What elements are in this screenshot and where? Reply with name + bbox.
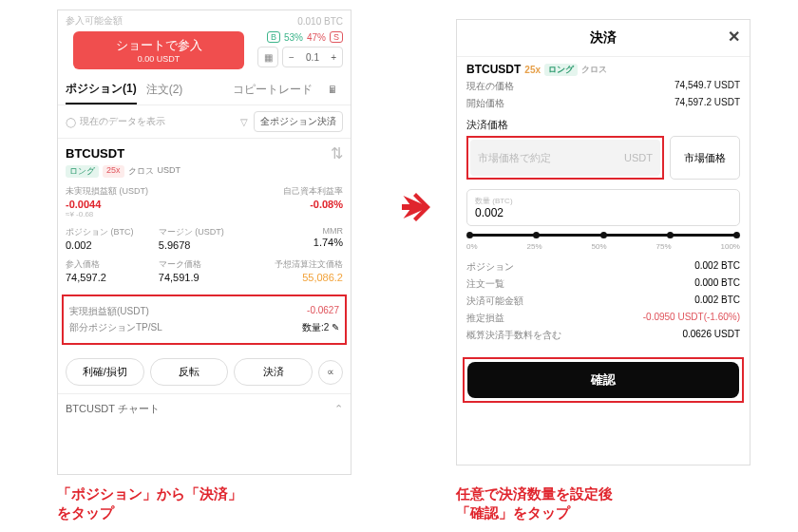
- entry: 74,597.2: [66, 272, 157, 283]
- tick-25: 25%: [527, 242, 542, 251]
- margin: 5.9678: [159, 239, 250, 251]
- tick-50: 50%: [592, 242, 607, 251]
- qty-input[interactable]: 数量 (BTC) 0.002: [466, 189, 740, 226]
- mmr-label: MMR: [252, 226, 343, 236]
- confirm-button[interactable]: 確認: [467, 362, 739, 398]
- price-placeholder: 市場価格で約定: [478, 151, 551, 165]
- chart-label: BTCUSDT チャート: [66, 402, 160, 416]
- avail-row: 参入可能金額 0.010 BTC: [58, 10, 351, 31]
- partial-tpsl-label: 部分ポジションTP/SL: [69, 321, 162, 334]
- symbol: BTCUSDT: [66, 146, 124, 161]
- mark: 74,591.9: [159, 272, 250, 283]
- short-entry-sub: 0.00 USDT: [73, 54, 244, 64]
- long-badge: ロング: [66, 165, 99, 178]
- short-entry-label: ショートで参入: [73, 37, 244, 54]
- filter-icon[interactable]: ▽: [240, 117, 248, 127]
- qty-slider[interactable]: 0% 25% 50% 75% 100%: [466, 234, 740, 251]
- info-est-val: -0.0950 USDT(-1.60%): [643, 312, 740, 325]
- info-orders-label: 注文一覧: [466, 277, 504, 291]
- close-price-section: 決済価格: [466, 118, 740, 132]
- current-price-label: 現在の価格: [466, 80, 514, 93]
- info-avail-label: 決済可能金額: [466, 294, 523, 308]
- liq-label: 予想清算注文価格: [252, 258, 343, 271]
- chart-footer[interactable]: BTCUSDT チャート ⌃: [58, 393, 351, 424]
- market-price-button[interactable]: 市場価格: [670, 136, 740, 180]
- mmr: 1.74%: [252, 237, 343, 248]
- circle-icon: ◯: [66, 117, 76, 127]
- positions-panel: 参入可能金額 0.010 BTC ショートで参入 0.00 USDT B 53%…: [57, 10, 352, 475]
- tick-100: 100%: [720, 242, 739, 251]
- roi-value: -0.08%: [252, 199, 343, 210]
- close-all-button[interactable]: 全ポジション決済: [254, 111, 343, 132]
- reverse-button[interactable]: 反転: [150, 358, 229, 386]
- liq: 55,086.2: [252, 272, 343, 283]
- sell-chip: S: [330, 31, 343, 43]
- info-orders-val: 0.000 BTC: [694, 277, 740, 291]
- dialog-header: 決済 ✕: [457, 20, 750, 57]
- avail-label: 参入可能金額: [66, 14, 123, 28]
- qty-stepper[interactable]: − 0.1 +: [282, 47, 343, 67]
- price-unit: USDT: [624, 152, 653, 163]
- caption-left: 「ポジション」から「決済」 をタップ: [57, 484, 242, 522]
- short-entry-button[interactable]: ショートで参入 0.00 USDT: [73, 31, 244, 69]
- calc-icon[interactable]: 🖩: [322, 80, 343, 101]
- roi-label: 自己資本利益率: [252, 185, 343, 198]
- pos-btc: 0.002: [66, 239, 157, 251]
- edit-icon[interactable]: ✎: [332, 322, 339, 332]
- info-fee-label: 概算決済手数料を含む: [466, 329, 561, 342]
- avail-value: 0.010 BTC: [297, 16, 343, 27]
- sell-pct: 47%: [307, 32, 326, 43]
- tab-orders[interactable]: 注文(2): [146, 76, 183, 104]
- margin-label: マージン (USDT): [159, 226, 250, 238]
- price-input[interactable]: 市場価格で約定 USDT: [470, 140, 660, 176]
- qty-value: 0.1: [306, 52, 319, 63]
- grid-icon[interactable]: ▦: [257, 47, 278, 67]
- dialog-cross: クロス: [581, 64, 607, 76]
- minus-icon[interactable]: −: [289, 52, 294, 63]
- quote-label: USDT: [158, 165, 181, 178]
- plus-icon[interactable]: +: [331, 52, 336, 63]
- close-dialog: 決済 ✕ BTCUSDT 25x ロング クロス 現在の価格74,549.7 U…: [456, 19, 750, 466]
- dialog-symbol: BTCUSDT: [466, 63, 521, 76]
- action-row: 利確/損切 反転 決済 ∝: [58, 351, 351, 393]
- info-pos-val: 0.002 BTC: [694, 260, 740, 274]
- realized-label: 実現損益額(USDT): [69, 305, 149, 318]
- buy-chip: B: [267, 31, 280, 43]
- transfer-icon[interactable]: ⇅: [331, 144, 343, 162]
- mark-label: マーク価格: [159, 258, 250, 271]
- info-fee-val: 0.0626 USDT: [682, 329, 740, 342]
- price-input-highlight: 市場価格で約定 USDT: [466, 136, 664, 180]
- open-price-label: 開始価格: [466, 97, 504, 110]
- tools-row: ◯ 現在のデータを表示 ▽ 全ポジション決済: [58, 105, 351, 138]
- position-card: BTCUSDT ⇅ ロング 25x クロス USDT 未実現損益額 (USDT)…: [58, 138, 351, 289]
- tab-copytrade[interactable]: コピートレード: [233, 76, 313, 104]
- show-data-label: 現在のデータを表示: [80, 115, 165, 128]
- cross-label: クロス: [128, 165, 154, 178]
- upnl-value: -0.0044: [66, 199, 157, 210]
- upnl-label: 未実現損益額 (USDT): [66, 185, 157, 198]
- open-price: 74,597.2 USDT: [674, 97, 740, 110]
- upnl-fiat: ≈¥ -0.68: [66, 210, 157, 218]
- current-price: 74,549.7 USDT: [674, 80, 740, 93]
- entry-label: 参入価格: [66, 258, 157, 271]
- arrow-icon: [399, 190, 433, 228]
- partial-qty: 数量:2: [302, 322, 329, 332]
- close-icon[interactable]: ✕: [728, 28, 740, 46]
- close-button[interactable]: 決済: [234, 358, 313, 386]
- share-icon[interactable]: ∝: [318, 360, 343, 385]
- tab-positions[interactable]: ポジション(1): [66, 75, 137, 104]
- pos-btc-label: ポジション (BTC): [66, 226, 157, 238]
- info-avail-val: 0.002 BTC: [694, 294, 740, 308]
- dialog-leverage: 25x: [524, 65, 541, 75]
- chevron-up-icon: ⌃: [334, 403, 343, 415]
- tpsl-button[interactable]: 利確/損切: [66, 358, 144, 386]
- confirm-highlight: 確認: [463, 357, 744, 403]
- buy-pct: 53%: [284, 32, 303, 43]
- realized-box: 実現損益額(USDT)-0.0627 部分ポジションTP/SL数量:2 ✎: [62, 294, 347, 345]
- qty-value: 0.002: [475, 206, 732, 219]
- tick-75: 75%: [656, 242, 672, 251]
- dialog-long-badge: ロング: [544, 64, 578, 76]
- caption-right: 任意で決済数量を設定後 「確認」をタップ: [456, 484, 613, 522]
- tabs: ポジション(1) 注文(2) コピートレード 🖩: [58, 75, 351, 105]
- leverage-badge: 25x: [103, 165, 124, 178]
